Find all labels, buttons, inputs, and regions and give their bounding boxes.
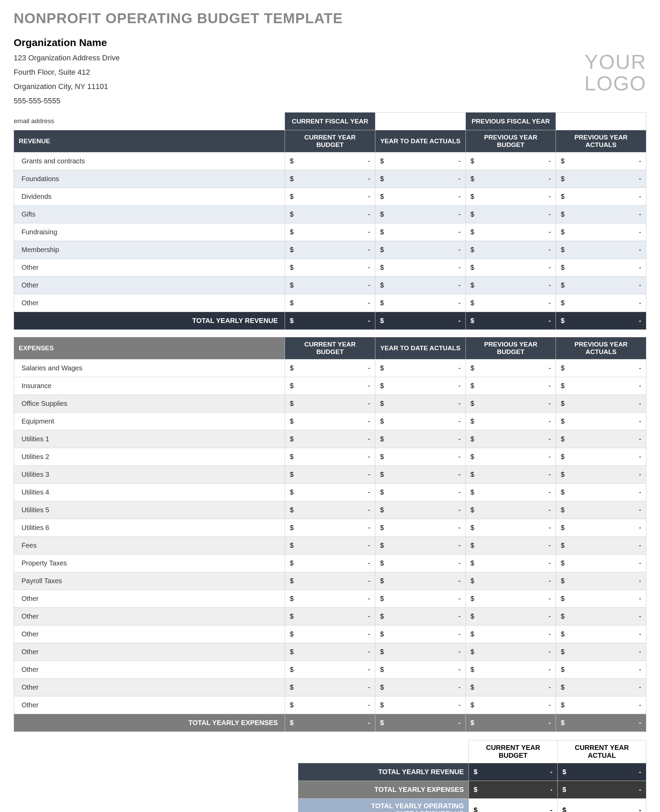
money-cell[interactable]: $- — [375, 206, 465, 223]
money-cell[interactable]: $- — [375, 377, 465, 395]
money-cell[interactable]: $- — [285, 661, 375, 679]
money-cell[interactable]: $- — [556, 537, 646, 554]
money-cell[interactable]: $- — [375, 679, 465, 696]
money-cell[interactable]: $- — [285, 466, 375, 484]
money-cell[interactable]: $- — [556, 714, 646, 732]
money-cell[interactable]: $- — [465, 554, 556, 572]
money-cell[interactable]: $- — [465, 223, 556, 241]
money-cell[interactable]: $- — [465, 170, 556, 188]
money-cell[interactable]: $- — [375, 312, 465, 330]
money-cell[interactable]: $- — [375, 625, 465, 643]
money-cell[interactable]: $- — [556, 643, 646, 661]
money-cell[interactable]: $- — [375, 466, 465, 484]
money-cell[interactable]: $- — [556, 206, 646, 223]
money-cell[interactable]: $- — [556, 170, 646, 188]
money-cell[interactable]: $- — [285, 259, 375, 277]
money-cell[interactable]: $- — [285, 170, 375, 188]
money-cell[interactable]: $- — [285, 679, 375, 696]
money-cell[interactable]: $- — [465, 259, 556, 277]
money-cell[interactable]: $- — [556, 277, 646, 294]
money-cell[interactable]: $- — [375, 294, 465, 312]
money-cell[interactable]: $- — [556, 241, 646, 259]
money-cell[interactable]: $- — [465, 466, 556, 484]
money-cell[interactable]: $- — [465, 608, 556, 625]
money-cell[interactable]: $- — [285, 484, 375, 501]
money-cell[interactable]: $- — [375, 448, 465, 466]
money-cell[interactable]: $- — [285, 413, 375, 431]
money-cell[interactable]: $- — [556, 466, 646, 484]
money-cell[interactable]: $- — [556, 152, 646, 170]
money-cell[interactable]: $- — [285, 241, 375, 259]
money-cell[interactable]: $- — [285, 206, 375, 223]
money-cell[interactable]: $- — [465, 537, 556, 554]
money-cell[interactable]: $- — [285, 223, 375, 241]
money-cell[interactable]: $- — [465, 312, 556, 330]
money-cell[interactable]: $- — [375, 590, 465, 608]
money-cell[interactable]: $- — [375, 241, 465, 259]
money-cell[interactable]: $- — [465, 294, 556, 312]
money-cell[interactable]: $- — [375, 714, 465, 732]
money-cell[interactable]: $- — [465, 188, 556, 206]
money-cell[interactable]: $- — [375, 359, 465, 377]
money-cell[interactable]: $- — [285, 448, 375, 466]
money-cell[interactable]: $- — [465, 413, 556, 431]
money-cell[interactable]: $- — [556, 484, 646, 501]
money-cell[interactable]: $- — [375, 223, 465, 241]
money-cell[interactable]: $- — [375, 152, 465, 170]
money-cell[interactable]: $- — [465, 696, 556, 714]
money-cell[interactable]: $- — [375, 431, 465, 448]
money-cell[interactable]: $- — [285, 312, 375, 330]
money-cell[interactable]: $- — [285, 188, 375, 206]
money-cell[interactable]: $- — [556, 395, 646, 413]
money-cell[interactable]: $- — [375, 501, 465, 519]
money-cell[interactable]: $- — [556, 572, 646, 590]
money-cell[interactable]: $- — [375, 643, 465, 661]
money-cell[interactable]: $- — [556, 679, 646, 696]
money-cell[interactable]: $- — [375, 170, 465, 188]
money-cell[interactable]: $- — [465, 152, 556, 170]
money-cell[interactable]: $- — [285, 572, 375, 590]
money-cell[interactable]: $- — [465, 359, 556, 377]
money-cell[interactable]: $- — [556, 294, 646, 312]
money-cell[interactable]: $- — [285, 537, 375, 554]
money-cell[interactable]: $- — [285, 277, 375, 294]
money-cell[interactable]: $- — [556, 554, 646, 572]
money-cell[interactable]: $- — [465, 519, 556, 537]
previous-fiscal-year-value[interactable] — [556, 112, 646, 130]
money-cell[interactable]: $- — [375, 696, 465, 714]
money-cell[interactable]: $- — [465, 590, 556, 608]
money-cell[interactable]: $- — [375, 519, 465, 537]
money-cell[interactable]: $- — [375, 259, 465, 277]
money-cell[interactable]: $- — [465, 625, 556, 643]
money-cell[interactable]: $- — [465, 572, 556, 590]
money-cell[interactable]: $- — [285, 608, 375, 625]
money-cell[interactable]: $- — [556, 431, 646, 448]
money-cell[interactable]: $- — [285, 152, 375, 170]
money-cell[interactable]: $- — [556, 696, 646, 714]
current-fiscal-year-value[interactable] — [375, 112, 465, 130]
money-cell[interactable]: $- — [556, 608, 646, 625]
money-cell[interactable]: $- — [465, 679, 556, 696]
money-cell[interactable]: $- — [556, 312, 646, 330]
money-cell[interactable]: $- — [285, 714, 375, 732]
money-cell[interactable]: $- — [556, 188, 646, 206]
money-cell[interactable]: $- — [285, 359, 375, 377]
money-cell[interactable]: $- — [465, 395, 556, 413]
money-cell[interactable]: $- — [285, 294, 375, 312]
money-cell[interactable]: $- — [285, 501, 375, 519]
money-cell[interactable]: $- — [465, 206, 556, 223]
money-cell[interactable]: $- — [375, 277, 465, 294]
money-cell[interactable]: $- — [465, 643, 556, 661]
money-cell[interactable]: $- — [375, 661, 465, 679]
money-cell[interactable]: $- — [465, 484, 556, 501]
money-cell[interactable]: $- — [465, 241, 556, 259]
money-cell[interactable]: $- — [556, 519, 646, 537]
money-cell[interactable]: $- — [556, 590, 646, 608]
money-cell[interactable]: $- — [465, 501, 556, 519]
money-cell[interactable]: $- — [285, 643, 375, 661]
money-cell[interactable]: $- — [465, 277, 556, 294]
money-cell[interactable]: $- — [375, 554, 465, 572]
money-cell[interactable]: $- — [285, 554, 375, 572]
money-cell[interactable]: $- — [556, 501, 646, 519]
money-cell[interactable]: $- — [285, 519, 375, 537]
